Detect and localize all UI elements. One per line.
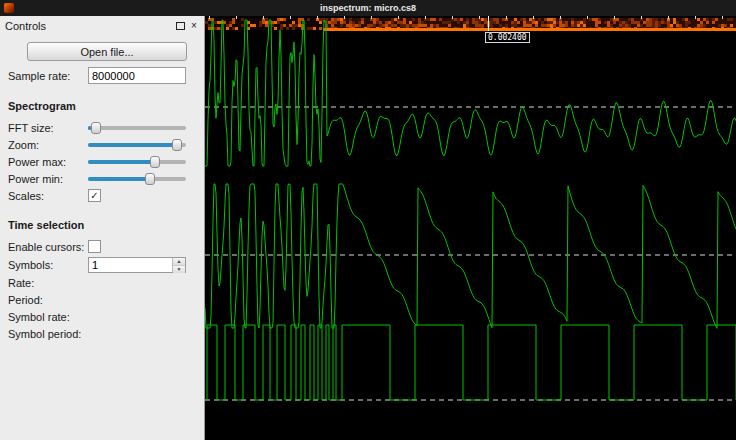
sample-rate-label: Sample rate:	[8, 70, 88, 82]
period-label: Period:	[8, 294, 88, 306]
close-panel-button[interactable]: ×	[188, 20, 200, 32]
symbols-input[interactable]	[89, 258, 172, 272]
power-min-label: Power min:	[8, 173, 88, 185]
symbol-period-label: Symbol period:	[8, 328, 88, 340]
symbol-period-row: Symbol period:	[0, 326, 204, 341]
signal-traces	[205, 16, 736, 440]
scales-checkbox[interactable]: ✓	[88, 189, 101, 202]
zoom-slider[interactable]	[88, 138, 186, 152]
controls-panel-header: Controls ×	[0, 16, 204, 34]
period-row: Period:	[0, 292, 204, 307]
sample-rate-input[interactable]	[88, 67, 186, 84]
zoom-slider-handle[interactable]	[172, 139, 182, 151]
rate-row: Rate:	[0, 275, 204, 290]
float-icon	[176, 22, 185, 30]
fft-size-label: FFT size:	[8, 122, 88, 134]
window-title: inspectrum: micro.cs8	[320, 3, 416, 13]
panel-title: Controls	[5, 20, 172, 32]
time-selection-section-title: Time selection	[0, 219, 204, 231]
sample-rate-row: Sample rate:	[0, 67, 204, 84]
time-tick-label: 0.002400	[485, 32, 530, 43]
fft-size-slider-handle[interactable]	[91, 122, 101, 134]
app-window: inspectrum: micro.cs8 Controls × Open fi…	[0, 0, 736, 440]
scales-label: Scales:	[8, 190, 88, 202]
power-min-row: Power min:	[0, 171, 204, 186]
symbols-spin-down-button[interactable]: ▼	[173, 266, 185, 273]
symbols-spinbox: ▲ ▼	[88, 257, 186, 273]
fft-size-slider[interactable]	[88, 121, 186, 135]
symbols-row: Symbols: ▲ ▼	[0, 256, 204, 273]
zoom-label: Zoom:	[8, 139, 88, 151]
rate-label: Rate:	[8, 277, 88, 289]
symbol-rate-label: Symbol rate:	[8, 311, 88, 323]
zoom-row: Zoom:	[0, 137, 204, 152]
power-max-label: Power max:	[8, 156, 88, 168]
spectrogram-section-title: Spectrogram	[0, 100, 204, 112]
controls-panel: Controls × Open file... Sample rate: Spe…	[0, 16, 205, 440]
enable-cursors-checkbox[interactable]	[88, 240, 101, 253]
open-file-button[interactable]: Open file...	[27, 42, 187, 61]
power-max-row: Power max:	[0, 154, 204, 169]
scales-row: Scales: ✓	[0, 188, 204, 203]
plot-area[interactable]: 0.002400	[205, 16, 736, 440]
app-icon	[4, 3, 14, 13]
enable-cursors-row: Enable cursors:	[0, 239, 204, 254]
fft-size-row: FFT size:	[0, 120, 204, 135]
symbol-rate-row: Symbol rate:	[0, 309, 204, 324]
window-titlebar: inspectrum: micro.cs8	[0, 0, 736, 16]
power-max-slider-handle[interactable]	[150, 156, 160, 168]
enable-cursors-label: Enable cursors:	[8, 241, 88, 253]
symbols-label: Symbols:	[8, 259, 88, 271]
float-panel-button[interactable]	[174, 20, 186, 32]
power-min-slider[interactable]	[88, 172, 186, 186]
symbols-spin-up-button[interactable]: ▲	[173, 258, 185, 266]
power-min-slider-handle[interactable]	[145, 173, 155, 185]
power-max-slider[interactable]	[88, 155, 186, 169]
